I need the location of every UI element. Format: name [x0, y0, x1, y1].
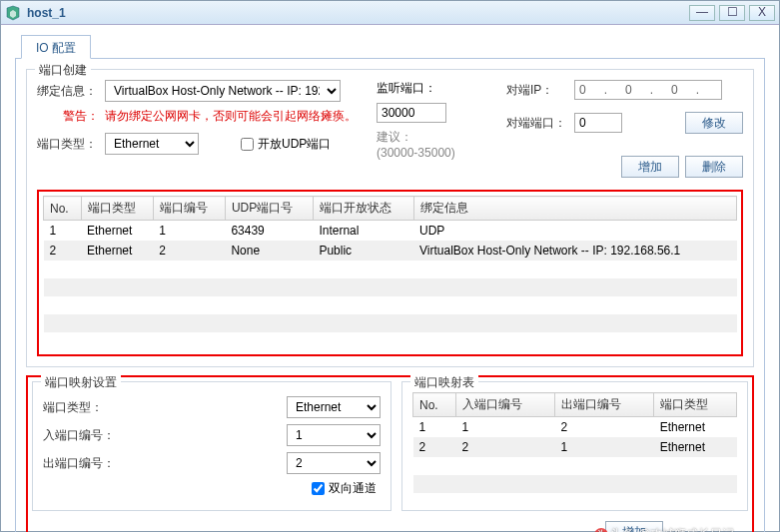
- in-port-label: 入端口编号：: [43, 427, 123, 444]
- mapping-table-header[interactable]: 入端口编号: [456, 393, 555, 417]
- table-row[interactable]: 221Ethernet: [413, 437, 737, 457]
- modify-button[interactable]: 修改: [685, 112, 743, 134]
- tab-io-config[interactable]: IO 配置: [21, 35, 91, 59]
- port-table-box: No.端口类型端口编号UDP端口号端口开放状态绑定信息 1Ethernet163…: [37, 190, 743, 356]
- table-row[interactable]: 2Ethernet2NonePublicVirtualBox Host-Only…: [44, 241, 737, 261]
- table-row: [44, 261, 737, 278]
- app-window: host_1 — ☐ X IO 配置 端口创建 绑定信息： VirtualBox…: [0, 0, 780, 532]
- add-mapping-button[interactable]: 增加: [605, 521, 663, 532]
- open-udp-label: 开放UDP端口: [258, 136, 331, 153]
- table-row: [413, 475, 737, 493]
- mapping-table-header[interactable]: No.: [413, 393, 456, 417]
- in-port-select[interactable]: 1: [287, 424, 381, 446]
- table-row: [44, 278, 737, 296]
- port-table-header[interactable]: 端口类型: [81, 197, 153, 221]
- map-port-type-label: 端口类型：: [43, 399, 123, 416]
- table-row: [44, 332, 737, 350]
- bind-info-select[interactable]: VirtualBox Host-Only Network -- IP: 192.…: [105, 80, 341, 102]
- peer-port-input[interactable]: [574, 113, 622, 133]
- peer-ip-label: 对端IP：: [506, 82, 568, 99]
- port-table-header[interactable]: 端口开放状态: [313, 197, 413, 221]
- table-row: [44, 314, 737, 332]
- port-table-header[interactable]: UDP端口号: [225, 197, 313, 221]
- minimize-button[interactable]: —: [689, 5, 715, 21]
- tabstrip: IO 配置: [15, 35, 765, 59]
- port-table-header[interactable]: No.: [44, 197, 82, 221]
- mapping-table-header[interactable]: 出端口编号: [555, 393, 654, 417]
- peer-ip-input[interactable]: [574, 80, 722, 100]
- app-icon: [5, 5, 21, 21]
- group-mapping-table: 端口映射表 No.入端口编号出端口编号端口类型 112Ethernet221Et…: [401, 381, 748, 511]
- listen-port-label: 监听端口：: [377, 80, 436, 97]
- out-port-label: 出端口编号：: [43, 455, 123, 472]
- table-row[interactable]: 112Ethernet: [413, 417, 737, 438]
- listen-port-input[interactable]: [377, 103, 446, 123]
- mapping-table[interactable]: No.入端口编号出端口编号端口类型 112Ethernet221Ethernet: [412, 392, 737, 493]
- warning-label: 警告：: [37, 108, 99, 125]
- bind-info-label: 绑定信息：: [37, 83, 99, 100]
- table-row: [44, 296, 737, 314]
- bidir-checkbox[interactable]: 双向通道: [312, 480, 377, 497]
- table-row[interactable]: 1Ethernet163439InternalUDP: [44, 221, 737, 242]
- group-port-create: 端口创建 绑定信息： VirtualBox Host-Only Network …: [26, 69, 754, 367]
- port-type-select[interactable]: Ethernet: [105, 133, 199, 155]
- legend-mapping-table: 端口映射表: [410, 374, 478, 391]
- bidir-input[interactable]: [312, 482, 325, 495]
- maximize-button[interactable]: ☐: [719, 5, 745, 21]
- table-row: [413, 457, 737, 475]
- port-table[interactable]: No.端口类型端口编号UDP端口号端口开放状态绑定信息 1Ethernet163…: [43, 196, 737, 350]
- titlebar[interactable]: host_1 — ☐ X: [1, 1, 779, 25]
- legend-mapping-config: 端口映射设置: [41, 374, 121, 391]
- close-button[interactable]: X: [749, 5, 775, 21]
- port-table-header[interactable]: 绑定信息: [413, 197, 736, 221]
- add-port-button[interactable]: 增加: [621, 156, 679, 178]
- bidir-label: 双向通道: [329, 480, 377, 497]
- warning-text: 请勿绑定公网网卡，否则可能会引起网络瘫痪。: [105, 108, 357, 125]
- open-udp-checkbox[interactable]: 开放UDP端口: [241, 136, 331, 153]
- legend-port-create: 端口创建: [35, 62, 91, 79]
- mapping-box: 端口映射设置 端口类型： Ethernet 入端口编号： 1: [26, 375, 754, 532]
- port-table-header[interactable]: 端口编号: [153, 197, 225, 221]
- group-mapping-config: 端口映射设置 端口类型： Ethernet 入端口编号： 1: [32, 381, 391, 511]
- suggest-range: (30000-35000): [377, 146, 455, 160]
- window-controls: — ☐ X: [689, 5, 775, 21]
- peer-port-label: 对端端口：: [506, 115, 568, 132]
- map-port-type-select[interactable]: Ethernet: [287, 396, 381, 418]
- mapping-table-header[interactable]: 端口类型: [654, 393, 737, 417]
- window-title: host_1: [27, 6, 689, 20]
- tab-panel: 端口创建 绑定信息： VirtualBox Host-Only Network …: [15, 58, 765, 532]
- port-type-label: 端口类型：: [37, 136, 99, 153]
- out-port-select[interactable]: 2: [287, 452, 381, 474]
- delete-port-button[interactable]: 删除: [685, 156, 743, 178]
- suggest-label: 建议：: [377, 129, 412, 146]
- open-udp-input[interactable]: [241, 138, 254, 151]
- content-area: IO 配置 端口创建 绑定信息： VirtualBox Host-Only Ne…: [1, 25, 779, 532]
